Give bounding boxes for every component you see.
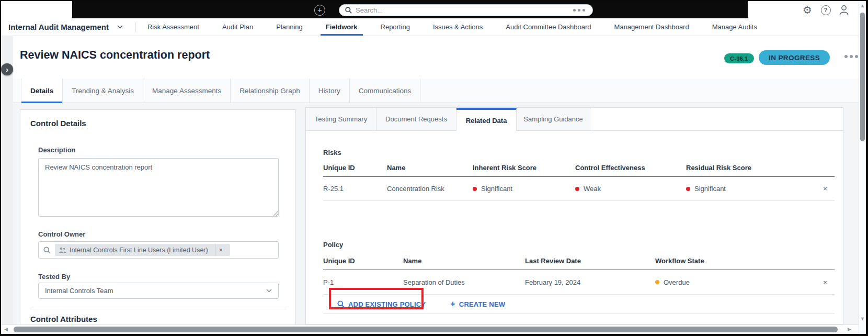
top-bar: + ⚙ ? (1, 1, 866, 18)
risk-unique-id: R-25.1 (323, 185, 387, 193)
create-new-label: CREATE NEW (459, 300, 505, 308)
residual-risk-dot (686, 187, 690, 191)
vertical-scrollbar[interactable]: ▲ ▼ (859, 1, 866, 334)
tested-by-select[interactable]: Internal Controls Team (38, 283, 279, 299)
col-workflow-state: Workflow State (655, 257, 816, 265)
scroll-down-arrow[interactable]: ▼ (860, 316, 865, 321)
col-last-review-date: Last Review Date (525, 257, 655, 265)
main-area: Review NAICS concentration report C-36.1… (13, 36, 859, 324)
tab-relationship-graph[interactable]: Relationship Graph (231, 79, 310, 103)
record-header: Review NAICS concentration report C-36.1… (13, 36, 859, 79)
policy-table-header: Unique ID Name Last Review Date Workflow… (323, 249, 835, 270)
chevron-down-icon[interactable] (117, 25, 123, 29)
tab-sampling-guidance[interactable]: Sampling Guidance (517, 108, 590, 131)
add-existing-policy-label: ADD EXISTING POLICY (348, 300, 426, 308)
tested-by-label: Tested By (38, 273, 70, 281)
remove-policy-icon[interactable]: × (816, 278, 835, 286)
search-options-dots[interactable] (573, 9, 585, 12)
control-owner-field[interactable]: Internal Controls First Line Users (Limi… (38, 241, 279, 259)
related-data-panel: Testing Summary Document Requests Relate… (305, 107, 843, 324)
horizontal-scrollbar[interactable]: ◀ ▶ (1, 324, 859, 334)
chevron-down-icon (266, 289, 272, 293)
owner-chip-label: Internal Controls First Line Users (Limi… (70, 247, 208, 254)
tab-document-requests[interactable]: Document Requests (376, 108, 456, 131)
description-textarea[interactable]: Review NAICS concentration report (39, 159, 278, 216)
related-data-content: Risks Unique ID Name Inherent Risk Score… (306, 149, 843, 314)
nav-item-risk-assessment[interactable]: Risk Assessment (136, 18, 211, 36)
risks-table-header: Unique ID Name Inherent Risk Score Contr… (323, 156, 835, 177)
scroll-left-arrow[interactable]: ◀ (4, 327, 8, 332)
col-residual-risk-score: Residual Risk Score (686, 164, 816, 172)
workflow-state-value: Overdue (664, 278, 690, 286)
tab-testing-summary[interactable]: Testing Summary (306, 108, 376, 131)
tab-related-data[interactable]: Related Data (456, 108, 517, 131)
module-nav-bar: Internal Audit Management Risk Assessmen… (1, 18, 866, 36)
nav-item-audit-committee-dashboard[interactable]: Audit Committee Dashboard (494, 18, 602, 36)
nav-item-reporting[interactable]: Reporting (369, 18, 421, 36)
nav-item-issues-actions[interactable]: Issues & Actions (421, 18, 494, 36)
search-input[interactable] (356, 6, 569, 14)
policy-name: Separation of Duties (403, 278, 525, 286)
control-attributes-heading: Control Attributes (30, 315, 97, 323)
residual-risk-value: Significant (694, 185, 726, 193)
nav-item-audit-plan[interactable]: Audit Plan (211, 18, 265, 36)
search-icon (345, 7, 352, 14)
global-search[interactable] (339, 4, 593, 16)
col-unique-id: Unique ID (323, 164, 387, 172)
tab-details[interactable]: Details (21, 79, 63, 103)
create-new-button[interactable]: + CREATE NEW (450, 299, 505, 309)
nav-item-manage-audits[interactable]: Manage Audits (701, 18, 769, 36)
page-body: Review NAICS concentration report C-36.1… (1, 36, 866, 324)
record-tabs: Details Trending & Analysis Manage Asses… (13, 79, 859, 103)
tab-communications[interactable]: Communications (350, 79, 421, 103)
panel-tabs: Testing Summary Document Requests Relate… (306, 108, 843, 131)
add-existing-policy-button[interactable]: ADD EXISTING POLICY (337, 300, 426, 308)
remove-risk-icon[interactable]: × (816, 185, 835, 193)
col-name: Name (387, 164, 473, 172)
control-effectiveness-dot (575, 187, 579, 191)
description-label: Description (38, 146, 76, 154)
nav-item-fieldwork[interactable]: Fieldwork (314, 18, 369, 36)
status-badge: IN PROGRESS (759, 50, 830, 65)
inherent-risk-value: Significant (481, 185, 512, 193)
chip-remove-icon[interactable]: × (215, 244, 226, 256)
control-details-heading: Control Details (30, 119, 86, 128)
quick-add-icon[interactable]: + (314, 5, 325, 16)
scroll-right-arrow[interactable]: ▶ (848, 327, 851, 332)
risks-section-label: Risks (323, 149, 835, 156)
tab-history[interactable]: History (310, 79, 350, 103)
control-details-card: Control Details Description Review NAICS… (20, 109, 296, 325)
help-icon[interactable]: ? (819, 4, 832, 16)
user-icon[interactable] (838, 4, 850, 16)
tab-manage-assessments[interactable]: Manage Assessments (143, 79, 231, 103)
nav-items: Risk Assessment Audit Plan Planning Fiel… (136, 18, 769, 36)
more-actions-menu[interactable] (844, 55, 858, 58)
tab-trending-analysis[interactable]: Trending & Analysis (63, 79, 143, 103)
plus-icon: + (450, 299, 455, 309)
page-title: Review NAICS concentration report (20, 49, 210, 62)
gear-icon[interactable]: ⚙ (801, 4, 814, 16)
scroll-up-arrow[interactable]: ▲ (860, 3, 865, 8)
search-icon (43, 247, 51, 254)
content-area: Control Details Description Review NAICS… (13, 103, 859, 324)
policy-table-row[interactable]: P-1 Separation of Duties February 19, 20… (323, 270, 835, 295)
section-divider (30, 309, 287, 309)
workflow-state-dot (655, 280, 659, 284)
col-unique-id: Unique ID (323, 257, 403, 265)
vertical-scroll-thumb[interactable] (860, 13, 865, 141)
unique-id-badge: C-36.1 (724, 53, 754, 63)
nav-item-management-dashboard[interactable]: Management Dashboard (603, 18, 701, 36)
control-owner-label: Control Owner (38, 230, 85, 238)
owner-chip: Internal Controls First Line Users (Limi… (55, 244, 230, 256)
collapse-panel-button[interactable]: › (1, 63, 13, 75)
nav-item-planning[interactable]: Planning (265, 18, 314, 36)
horizontal-scroll-thumb[interactable] (14, 327, 838, 332)
col-inherent-risk-score: Inherent Risk Score (473, 164, 575, 172)
module-selector[interactable]: Internal Audit Management (8, 23, 109, 31)
control-effectiveness-value: Weak (584, 185, 601, 193)
inherent-risk-dot (473, 187, 477, 191)
risk-table-row[interactable]: R-25.1 Concentration Risk Significant We… (323, 177, 835, 201)
panel-tabs-filler (590, 108, 843, 131)
col-control-effectiveness: Control Effectiveness (575, 164, 686, 172)
description-field[interactable]: Review NAICS concentration report (38, 158, 279, 217)
